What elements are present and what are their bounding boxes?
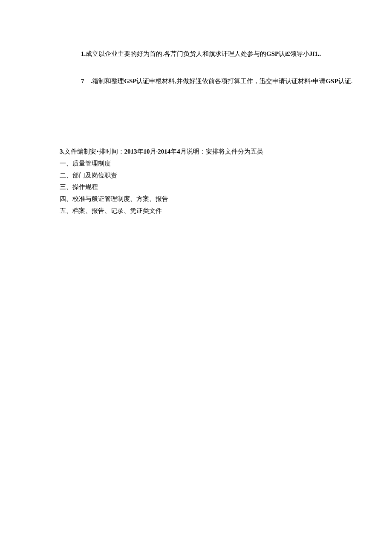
bold-text: GSP: [326, 78, 338, 84]
text-content: 认证申根材料,并做好迎依前各项打算工作，迅交申请认证材料•申请: [136, 78, 326, 84]
section-line-2: 一、质量管理制度: [60, 158, 375, 170]
document-content: 1.成立以企业主要的好为首的.各芹门负货人和旗求讦理人处参与的GSP认i£领导小…: [0, 0, 392, 217]
text-content: 认证.: [338, 78, 353, 84]
text-content: 月·: [150, 148, 158, 155]
section-line-1: 3.文件编制安•排时间：2013年10月·2014年4月说明：安排将文件分为五类: [60, 146, 375, 158]
item-number: 3.: [60, 148, 64, 155]
bold-text: Jf1..: [309, 50, 321, 57]
text-content: 文件编制安•排时间：: [64, 148, 124, 155]
text-content: 月说明：安排将文件分为五类: [180, 148, 263, 155]
bold-month: 4: [177, 148, 180, 155]
bold-year: 2014: [158, 148, 170, 155]
text-content: 年: [170, 148, 177, 155]
spacer: [84, 78, 91, 84]
text-content: 领导小: [290, 50, 309, 57]
section-line-4: 三、操作规程: [60, 181, 375, 193]
item-number: 7: [81, 78, 84, 84]
list-item-7: 7 .箱制和整理GSP认证申根材料,并做好迎依前各项打算工作，迅交申请认证材料•…: [81, 76, 375, 86]
bold-month: 10: [144, 148, 150, 155]
text-content: 箱制和整理: [92, 78, 124, 84]
text-content: 成立以企业主要的好为首的.各芹门负货人和旗求讦理人处参与的: [86, 50, 266, 57]
section-line-6: 五、档案、报告、记录、凭证类文件: [60, 205, 375, 217]
section-line-5: 四、校准与般证管理制度、方案、报告: [60, 193, 375, 205]
text-content: 认: [279, 50, 285, 57]
item-number: 1.: [81, 50, 86, 57]
text-content: 年: [137, 148, 144, 155]
bold-text: i£: [285, 50, 290, 57]
section-3: 3.文件编制安•排时间：2013年10月·2014年4月说明：安排将文件分为五类…: [60, 146, 375, 217]
section-line-3: 二、部门及岗位职责: [60, 170, 375, 182]
bold-text: GSP: [124, 78, 136, 84]
bold-year: 2013: [124, 148, 137, 155]
list-item-1: 1.成立以企业主要的好为首的.各芹门负货人和旗求讦理人处参与的GSP认i£领导小…: [81, 49, 375, 59]
bold-text: GSP: [266, 50, 279, 57]
